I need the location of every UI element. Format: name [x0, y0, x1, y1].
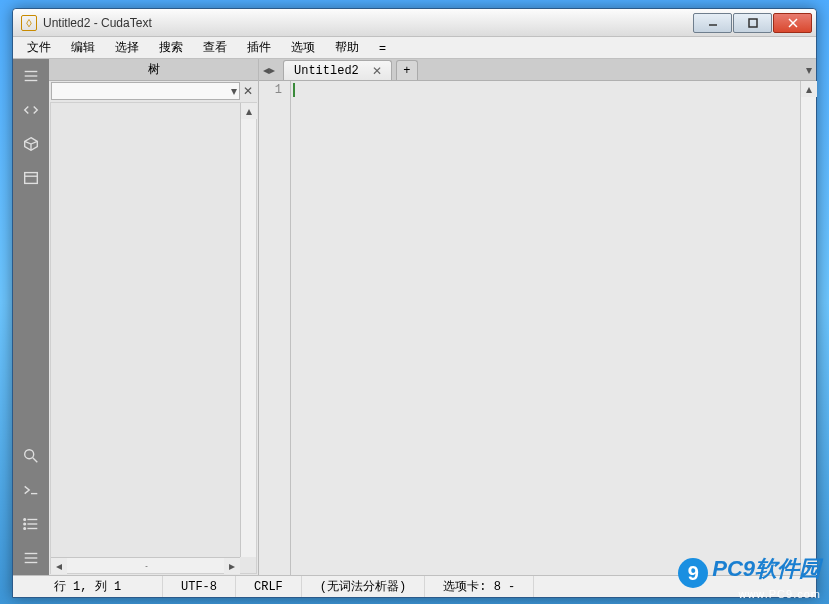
- svg-line-14: [33, 458, 38, 463]
- app-icon: ◊: [21, 15, 37, 31]
- svg-point-21: [24, 528, 26, 530]
- scroll-up-icon[interactable]: ▴: [801, 81, 817, 97]
- menu-select[interactable]: 选择: [105, 37, 149, 58]
- sidebar: [13, 59, 49, 575]
- window-icon[interactable]: [14, 162, 48, 194]
- menu-help[interactable]: 帮助: [325, 37, 369, 58]
- svg-rect-11: [25, 173, 38, 184]
- editor-vscrollbar[interactable]: ▴ ▾: [800, 81, 816, 575]
- editor[interactable]: [291, 81, 816, 575]
- svg-point-20: [24, 523, 26, 525]
- menu-file[interactable]: 文件: [17, 37, 61, 58]
- scroll-up-icon[interactable]: ▴: [241, 103, 257, 119]
- status-position[interactable]: 行 1, 列 1: [13, 576, 163, 597]
- gutter: 1: [259, 81, 291, 575]
- code-icon[interactable]: [14, 94, 48, 126]
- main-area: 树 ▾ ✕ ▴ ◂ ∙∙∙ ▸ ◂▸ Untitled2: [13, 59, 816, 575]
- tab-new-button[interactable]: +: [396, 60, 418, 80]
- menu-extra[interactable]: =: [369, 39, 396, 57]
- window-controls: [693, 13, 812, 33]
- scroll-right-icon[interactable]: ▸: [224, 558, 240, 574]
- tree-vscrollbar[interactable]: ▴: [240, 103, 256, 557]
- tab-close-icon[interactable]: ✕: [369, 64, 385, 78]
- tree-combo[interactable]: ▾: [51, 82, 240, 100]
- svg-line-8: [25, 141, 31, 144]
- tree-panel: 树 ▾ ✕ ▴ ◂ ∙∙∙ ▸: [49, 59, 259, 575]
- tab-prev-icon[interactable]: ◂▸: [259, 63, 279, 80]
- svg-point-13: [25, 450, 34, 459]
- scroll-track[interactable]: ∙∙∙: [67, 558, 224, 573]
- svg-line-9: [31, 141, 37, 144]
- terminal-icon[interactable]: [14, 474, 48, 506]
- close-button[interactable]: [773, 13, 812, 33]
- list2-icon[interactable]: [14, 542, 48, 574]
- line-number: 1: [259, 83, 282, 97]
- status-encoding[interactable]: UTF-8: [163, 576, 236, 597]
- window-title: Untitled2 - CudaText: [43, 16, 693, 30]
- scroll-down-icon[interactable]: ▾: [801, 559, 817, 575]
- svg-point-19: [24, 519, 26, 521]
- tab-label: Untitled2: [294, 64, 359, 78]
- svg-rect-1: [749, 19, 757, 27]
- editor-area: 1 ▴ ▾: [259, 81, 816, 575]
- menu-options[interactable]: 选项: [281, 37, 325, 58]
- tab-active[interactable]: Untitled2 ✕: [283, 60, 392, 80]
- menu-icon[interactable]: [14, 60, 48, 92]
- app-window: ◊ Untitled2 - CudaText 文件 编辑 选择 搜索 查看 插件…: [12, 8, 817, 598]
- tree-toolbar: ▾ ✕: [49, 81, 258, 101]
- caret: [293, 83, 295, 97]
- tree-body[interactable]: ▴ ◂ ∙∙∙ ▸: [50, 102, 257, 574]
- maximize-button[interactable]: [733, 13, 772, 33]
- list-icon[interactable]: [14, 508, 48, 540]
- search-icon[interactable]: [14, 440, 48, 472]
- menu-view[interactable]: 查看: [193, 37, 237, 58]
- status-lexer[interactable]: (无词法分析器): [302, 576, 425, 597]
- menu-plugins[interactable]: 插件: [237, 37, 281, 58]
- tree-header: 树: [49, 59, 258, 81]
- scroll-left-icon[interactable]: ◂: [51, 558, 67, 574]
- menu-edit[interactable]: 编辑: [61, 37, 105, 58]
- titlebar[interactable]: ◊ Untitled2 - CudaText: [13, 9, 816, 37]
- status-tab-info[interactable]: 选项卡: 8 -: [425, 576, 534, 597]
- status-line-ending[interactable]: CRLF: [236, 576, 302, 597]
- tabbar: ◂▸ Untitled2 ✕ + ▾: [259, 59, 816, 81]
- statusbar: 行 1, 列 1 UTF-8 CRLF (无词法分析器) 选项卡: 8 -: [13, 575, 816, 597]
- tree-close-icon[interactable]: ✕: [240, 84, 256, 98]
- cube-icon[interactable]: [14, 128, 48, 160]
- menu-search[interactable]: 搜索: [149, 37, 193, 58]
- tab-overflow-icon[interactable]: ▾: [806, 63, 812, 80]
- minimize-button[interactable]: [693, 13, 732, 33]
- menubar: 文件 编辑 选择 搜索 查看 插件 选项 帮助 =: [13, 37, 816, 59]
- editor-pane: ◂▸ Untitled2 ✕ + ▾ 1 ▴ ▾: [259, 59, 816, 575]
- tree-hscrollbar[interactable]: ◂ ∙∙∙ ▸: [51, 557, 240, 573]
